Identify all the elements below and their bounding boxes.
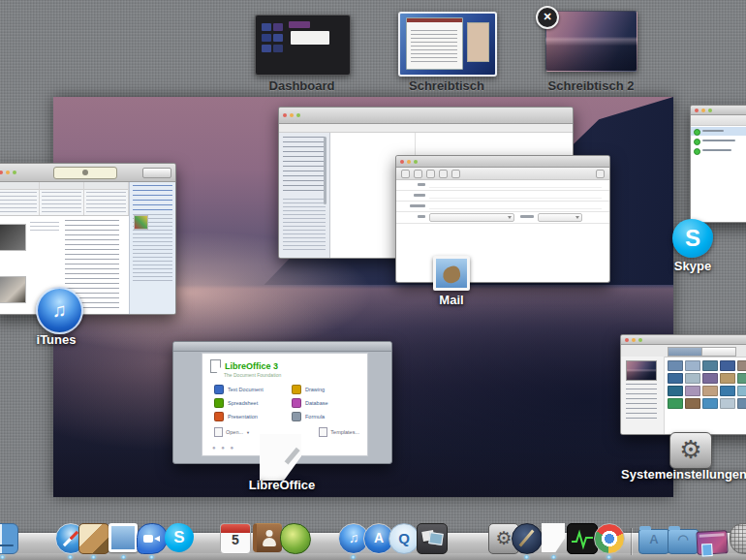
wallpaper-thumbnail[interactable] (702, 398, 718, 409)
wallpaper-thumbnail[interactable] (737, 373, 746, 384)
module-icon (214, 398, 224, 408)
open-document-button[interactable]: Open...▼ (214, 427, 250, 437)
close-space-button[interactable]: ✕ (536, 6, 559, 29)
libreoffice-titlebar (173, 342, 391, 352)
garageband-dock-icon[interactable] (512, 523, 543, 554)
mail-compose-window[interactable] (395, 155, 610, 283)
mission-control-screen: { "screen": {"type": "mission-control"},… (0, 0, 746, 560)
mail-dock-icon[interactable] (109, 523, 138, 552)
itunes-window[interactable] (0, 163, 176, 315)
wallpaper-thumbnail[interactable] (702, 373, 718, 384)
mail-sidebar-scrollbar[interactable] (324, 137, 326, 204)
wallpaper-thumbnail[interactable] (685, 386, 700, 396)
space-label-schreibtisch: Schreibtisch (398, 78, 495, 93)
skype-contact-row-selected[interactable] (691, 127, 746, 136)
module-formula[interactable]: Formula (292, 410, 359, 423)
system-preferences-window-label: Systemeinstellungen (621, 467, 746, 482)
wallpaper-thumbnail[interactable] (737, 386, 746, 396)
module-label: Formula (305, 414, 325, 420)
start-center-pager-dots: ● ● ● (212, 445, 235, 451)
itunes-window-label: iTunes (8, 332, 105, 347)
system-preferences-icon[interactable]: ⚙ (669, 432, 712, 469)
safari-running-indicator (68, 555, 73, 559)
wallpaper-thumbnail[interactable] (720, 386, 735, 396)
downloads-stack-dock-icon[interactable] (696, 530, 728, 555)
wallpaper-thumbnail-grid (668, 360, 746, 432)
wallpaper-thumbnail[interactable] (737, 398, 746, 409)
wallpaper-thumbnail[interactable] (702, 360, 718, 371)
address-book-dock-icon[interactable] (253, 523, 282, 552)
sysprefs-sidebar (621, 357, 665, 434)
wallpaper-thumbnail[interactable] (668, 373, 683, 384)
dashboard-widget (262, 45, 271, 52)
module-text-document[interactable]: Text Document (214, 383, 282, 396)
wallpaper-thumbnail[interactable] (685, 360, 700, 371)
ichat-dock-icon[interactable] (137, 523, 168, 554)
module-presentation[interactable]: Presentation (214, 410, 282, 423)
space-thumbnail-dashboard[interactable] (255, 15, 351, 76)
folder-applications-dock-icon[interactable]: A (638, 529, 669, 554)
space-thumbnail-schreibtisch-2[interactable] (545, 11, 637, 72)
compose-toolbar-buttons[interactable] (401, 170, 460, 178)
wallpaper-thumbnail[interactable] (702, 386, 718, 396)
traffic-light-buttons[interactable] (0, 171, 16, 174)
wallpaper-thumbnail[interactable] (720, 360, 735, 371)
chrome-dock-icon[interactable] (594, 523, 625, 554)
itunes-titlebar (0, 164, 175, 182)
finder-dock-icon[interactable] (0, 523, 18, 554)
dashboard-widget (291, 31, 329, 45)
wallpaper-thumbnail[interactable] (685, 398, 700, 409)
compose-account-popup[interactable] (429, 213, 514, 222)
compose-format-button[interactable] (596, 170, 605, 178)
wallpaper-thumbnail[interactable] (720, 373, 735, 384)
traffic-light-buttons[interactable] (283, 113, 300, 117)
module-label: Database (305, 400, 328, 406)
garageband-running-indicator (524, 555, 529, 559)
templates-button[interactable]: Templates... (319, 427, 359, 437)
skype-window[interactable] (690, 105, 746, 223)
module-spreadsheet[interactable]: Spreadsheet (214, 396, 282, 410)
dashboard-widget (273, 34, 283, 42)
module-drawing[interactable]: Drawing (292, 383, 359, 396)
mail-titlebar (279, 108, 573, 124)
folder-documents-dock-icon[interactable]: ◠ (668, 529, 699, 554)
traffic-light-buttons[interactable] (695, 109, 712, 112)
wallpaper-thumbnail[interactable] (668, 386, 683, 396)
tab-screensaver[interactable] (701, 347, 736, 357)
module-label: Text Document (228, 387, 264, 392)
system-preferences-window[interactable] (620, 334, 746, 435)
traffic-light-buttons[interactable] (625, 338, 642, 342)
wallpaper-thumbnail[interactable] (737, 360, 746, 371)
compose-from-row (396, 211, 609, 224)
wallpaper-thumbnail[interactable] (685, 373, 700, 384)
skype-titlebar (691, 106, 746, 115)
tab-desktop[interactable] (668, 347, 702, 357)
mail-icon[interactable] (433, 256, 470, 291)
skype-icon[interactable]: S (672, 219, 713, 258)
mail-window-label: Mail (403, 293, 500, 307)
module-label: Presentation (228, 414, 258, 420)
dashboard-widget (262, 34, 271, 42)
photos-dock-icon[interactable] (417, 523, 448, 554)
skype-contact-row[interactable] (691, 137, 746, 145)
skype-window-label: Skype (644, 259, 741, 273)
green-app-dock-icon[interactable] (280, 523, 311, 554)
itunes-icon[interactable]: ♫ (36, 287, 83, 334)
space-thumbnail-schreibtisch[interactable] (398, 12, 497, 77)
compose-signature-popup[interactable] (538, 213, 582, 222)
quicktime-dock-icon[interactable]: Q (389, 523, 420, 554)
calendar-dock-icon[interactable]: 5 (220, 523, 251, 554)
calendar-day-number: 5 (221, 532, 250, 547)
traffic-light-buttons[interactable] (400, 160, 418, 164)
wallpaper-thumbnail[interactable] (720, 398, 735, 409)
dock-divider (631, 528, 632, 555)
module-database[interactable]: Database (292, 396, 359, 410)
wallpaper-thumbnail[interactable] (668, 360, 683, 371)
mail-running-indicator (121, 555, 126, 559)
libreoffice-logo-icon (210, 359, 221, 373)
wallpaper-thumbnail[interactable] (668, 398, 683, 409)
finder-running-indicator (0, 555, 5, 559)
itunes-view-buttons[interactable] (142, 168, 171, 178)
skype-contact-row[interactable] (691, 146, 746, 155)
dashboard-dock-icon[interactable] (78, 523, 109, 554)
